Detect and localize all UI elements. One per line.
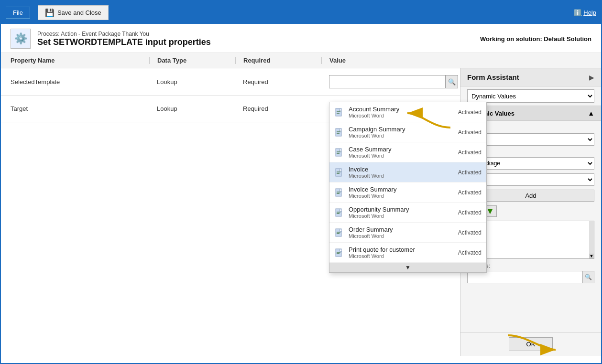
dropdown-item-account-summary[interactable]: Account Summary Microsoft Word Activated — [329, 102, 486, 122]
dropdown-item-opportunity-summary[interactable]: Opportunity Summary Microsoft Word Activ… — [329, 203, 486, 223]
row-datatype-selected-template: Lookup — [149, 78, 235, 86]
file-button[interactable]: File — [6, 7, 30, 19]
item-text-0: Account Summary Microsoft Word — [349, 106, 453, 118]
template-dropdown: Account Summary Microsoft Word Activated… — [329, 102, 487, 273]
dropdown-scroll-down[interactable]: ▼ — [329, 263, 486, 272]
title-bar: File 💾 Save and Close ℹ️ Help — [1, 1, 601, 24]
table-area: SelectedTemplate Lookup Required 🔍 — [1, 68, 460, 356]
doc-icon-4 — [334, 188, 344, 197]
doc-icon-6 — [334, 228, 344, 237]
doc-icon-2 — [334, 148, 344, 157]
header-left: ⚙️ Process: Action - Event Package Thank… — [11, 29, 211, 49]
col-header-value: Value — [321, 57, 601, 64]
panel-header: Form Assistant ▶ — [460, 68, 601, 86]
lookup-search-button[interactable]: 🔍 — [445, 75, 458, 88]
panel-ok-row: OK — [460, 332, 601, 356]
table-row: SelectedTemplate Lookup Required 🔍 — [1, 68, 460, 96]
main-area: SelectedTemplate Lookup Required 🔍 — [1, 68, 601, 356]
item-status-0: Activated — [458, 109, 482, 116]
dropdown-item-campaign-summary[interactable]: Campaign Summary Microsoft Word Activate… — [329, 122, 486, 142]
item-status-7: Activated — [458, 249, 482, 256]
doc-icon-7 — [334, 248, 344, 257]
panel-expand-icon[interactable]: ▶ — [589, 74, 594, 81]
item-status-5: Activated — [458, 209, 482, 216]
dropdown-item-order-summary[interactable]: Order Summary Microsoft Word Activated — [329, 223, 486, 243]
item-status-3: Activated — [458, 169, 482, 176]
row-property-selected-template: SelectedTemplate — [11, 78, 149, 86]
down-arrow-icon: ▼ — [486, 206, 494, 216]
process-title-block: Process: Action - Event Package Thank Yo… — [37, 31, 211, 47]
panel-list-scrollbar[interactable]: ▼ — [589, 221, 594, 258]
col-header-datatype: Data Type — [149, 57, 235, 64]
row-value-selected-template: 🔍 Account Summary Microsoft Word — [321, 75, 460, 88]
item-text-6: Order Summary Microsoft Word — [349, 226, 453, 239]
save-icon: 💾 — [45, 8, 55, 17]
save-close-button[interactable]: 💾 Save and Close — [38, 5, 109, 20]
row-required-target: Required — [235, 105, 321, 112]
column-headers: Property Name Data Type Required Value — [1, 53, 601, 68]
doc-icon-0 — [334, 107, 344, 117]
item-text-5: Opportunity Summary Microsoft Word — [349, 206, 453, 219]
selected-template-input[interactable] — [329, 77, 445, 86]
item-text-1: Campaign Summary Microsoft Word — [349, 126, 453, 139]
dropdown-item-invoice-summary[interactable]: Invoice Summary Microsoft Word Activated — [329, 182, 486, 203]
item-status-1: Activated — [458, 129, 482, 136]
panel-section-collapse-icon[interactable]: ▲ — [588, 109, 594, 117]
save-close-label: Save and Close — [57, 9, 101, 16]
dropdown-item-case-summary[interactable]: Case Summary Microsoft Word Activated — [329, 142, 486, 162]
doc-icon-1 — [334, 128, 344, 137]
working-on-label: Working on solution: Default Solution — [480, 35, 591, 43]
process-main-title: Set SETWORDTEMPLATE input properties — [37, 37, 211, 47]
lookup-input-wrap[interactable]: 🔍 — [329, 75, 458, 88]
panel-mode-select[interactable]: Dynamic Values — [467, 89, 594, 103]
help-link[interactable]: ℹ️ Help — [574, 9, 596, 16]
doc-icon-3 — [334, 168, 344, 177]
item-text-3: Invoice Microsoft Word — [349, 166, 453, 179]
item-text-7: Print quote for customer Microsoft Word — [349, 246, 453, 259]
item-status-4: Activated — [458, 189, 482, 196]
panel-default-lookup-button[interactable]: 🔍 — [583, 271, 594, 283]
panel-title: Form Assistant — [467, 73, 519, 81]
gear-icon: ⚙️ — [11, 29, 31, 49]
row-property-target: Target — [11, 105, 149, 112]
item-status-2: Activated — [458, 149, 482, 156]
header-area: ⚙️ Process: Action - Event Package Thank… — [1, 24, 601, 53]
doc-icon-5 — [334, 208, 344, 217]
dropdown-item-print-quote[interactable]: Print quote for customer Microsoft Word … — [329, 243, 486, 263]
list-scroll-down-icon[interactable]: ▼ — [589, 254, 594, 258]
col-header-required: Required — [235, 57, 321, 64]
row-datatype-target: Lookup — [149, 105, 235, 112]
ok-button[interactable]: OK — [509, 337, 553, 351]
item-text-2: Case Summary Microsoft Word — [349, 146, 453, 159]
dropdown-item-invoice[interactable]: Invoice Microsoft Word Activated — [329, 162, 486, 182]
col-header-property: Property Name — [11, 57, 149, 64]
item-status-6: Activated — [458, 229, 482, 236]
item-text-4: Invoice Summary Microsoft Word — [349, 186, 453, 199]
process-subtitle: Process: Action - Event Package Thank Yo… — [37, 31, 211, 37]
dropdown-scroll-area: Account Summary Microsoft Word Activated… — [329, 102, 486, 272]
help-icon: ℹ️ — [574, 9, 581, 16]
row-required-selected-template: Required — [235, 78, 321, 86]
